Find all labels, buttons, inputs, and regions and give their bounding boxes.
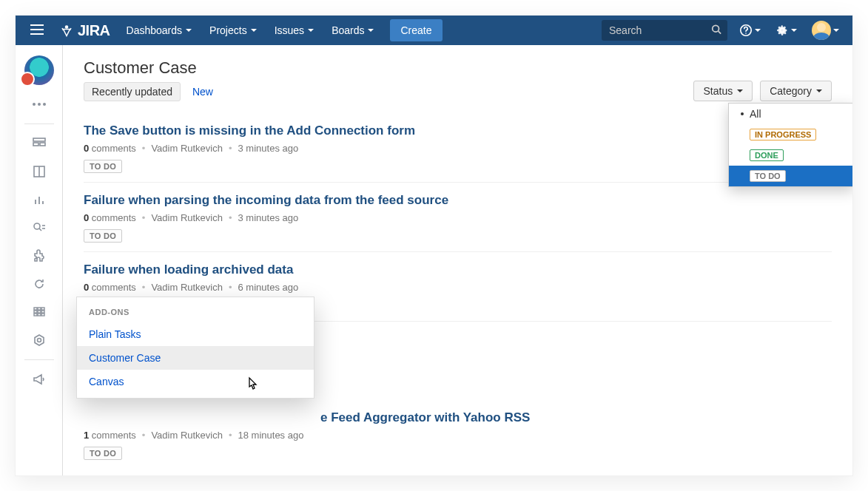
status-option-todo[interactable]: TO DO <box>729 166 852 186</box>
sidebar-search-people-icon[interactable] <box>26 214 53 241</box>
addons-item-canvas[interactable]: Canvas <box>77 370 314 393</box>
svg-rect-21 <box>38 308 41 310</box>
svg-line-17 <box>39 228 41 231</box>
sidebar-stack-icon[interactable] <box>26 130 53 157</box>
issue-title[interactable]: The Save button is missing in the Add Co… <box>84 123 832 138</box>
jira-logo[interactable]: JIRA <box>54 22 116 39</box>
sidebar <box>16 45 63 475</box>
nav-boards[interactable]: Boards <box>324 20 381 41</box>
tab-recently-updated[interactable]: Recently updated <box>84 82 181 101</box>
main-content: Customer Case Recently updated New Statu… <box>63 45 852 475</box>
project-avatar[interactable] <box>24 55 54 85</box>
svg-point-0 <box>65 25 69 29</box>
svg-line-2 <box>719 31 721 34</box>
svg-rect-23 <box>34 311 37 313</box>
svg-rect-24 <box>38 311 41 313</box>
svg-rect-8 <box>33 138 45 141</box>
issue-list: The Save button is missing in the Add Co… <box>84 121 832 469</box>
nav-projects[interactable]: Projects <box>202 20 264 41</box>
status-badge: TO DO <box>84 160 122 173</box>
status-option-done[interactable]: DONE <box>729 145 852 166</box>
addons-item-customer-case[interactable]: Customer Case <box>77 346 314 370</box>
sidebar-columns-icon[interactable] <box>26 158 53 185</box>
status-badge: TO DO <box>84 229 122 243</box>
issue-title[interactable]: Failure when parsing the incoming data f… <box>84 193 832 208</box>
svg-point-5 <box>33 103 36 106</box>
addons-header: ADD-ONS <box>77 297 314 322</box>
svg-point-1 <box>713 25 719 32</box>
settings-icon[interactable] <box>770 19 803 41</box>
search-icon[interactable] <box>711 24 721 37</box>
status-dropdown: All IN PROGRESS DONE TO DO <box>728 103 852 187</box>
tab-new[interactable]: New <box>192 86 213 98</box>
status-badge: TO DO <box>84 447 122 460</box>
sidebar-puzzle-icon[interactable] <box>26 243 53 269</box>
svg-point-6 <box>38 103 41 106</box>
logo-text: JIRA <box>78 22 110 39</box>
svg-rect-9 <box>33 143 38 146</box>
sidebar-grid-icon[interactable] <box>26 299 53 325</box>
project-title: Customer Case <box>84 58 832 78</box>
issue-row: The Save button is missing in the Add Co… <box>84 121 832 182</box>
filter-status[interactable]: Status <box>693 81 753 101</box>
svg-rect-25 <box>41 311 44 313</box>
svg-point-7 <box>43 103 46 106</box>
user-avatar[interactable] <box>806 16 845 44</box>
issue-title-partial[interactable]: e Feed Aggregator with Yahoo RSS <box>320 410 832 425</box>
status-option-all[interactable]: All <box>729 104 852 124</box>
help-icon[interactable] <box>733 19 767 41</box>
issue-row: Failure when parsing the incoming data f… <box>84 182 832 251</box>
svg-rect-27 <box>38 314 41 316</box>
svg-rect-20 <box>34 308 37 310</box>
create-button[interactable]: Create <box>390 19 442 41</box>
addons-popup: ADD-ONS Plain Tasks Customer Case Canvas <box>76 297 314 399</box>
nav-issues[interactable]: Issues <box>267 20 321 41</box>
more-icon[interactable] <box>26 91 53 118</box>
nav-dashboards[interactable]: Dashboards <box>119 20 200 41</box>
svg-rect-26 <box>34 314 37 316</box>
sidebar-megaphone-icon[interactable] <box>26 366 53 393</box>
sidebar-chart-icon[interactable] <box>26 186 53 213</box>
status-option-inprogress[interactable]: IN PROGRESS <box>729 124 852 145</box>
svg-point-4 <box>745 33 747 34</box>
search-input[interactable] <box>602 20 727 41</box>
top-navigation: JIRA Dashboards Projects Issues Boards C… <box>16 16 852 45</box>
addons-item-plain-tasks[interactable]: Plain Tasks <box>77 322 314 346</box>
menu-icon[interactable] <box>23 20 51 41</box>
svg-rect-10 <box>40 143 45 146</box>
filter-category[interactable]: Category <box>760 81 832 101</box>
svg-rect-22 <box>41 308 44 310</box>
cursor-icon <box>245 376 258 396</box>
svg-rect-28 <box>41 314 44 316</box>
sidebar-refresh-icon[interactable] <box>26 271 53 297</box>
svg-point-30 <box>37 339 41 342</box>
issue-title[interactable]: Failure when loading archived data <box>84 263 832 277</box>
sidebar-settings-icon[interactable] <box>26 327 53 353</box>
svg-marker-29 <box>35 335 44 345</box>
svg-point-16 <box>34 223 40 229</box>
